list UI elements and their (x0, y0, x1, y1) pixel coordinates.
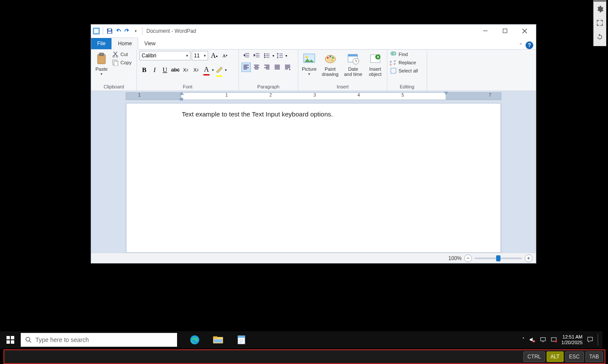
line-spacing-icon[interactable] (275, 51, 285, 60)
date-time-button[interactable]: Date and time (343, 51, 364, 78)
redo-icon[interactable] (124, 28, 130, 35)
network-icon[interactable] (540, 336, 546, 344)
grow-font-icon[interactable]: A▴ (209, 51, 219, 60)
group-insert: Picture▾ Paint drawing Date and time Ins… (298, 50, 387, 91)
font-color-button[interactable]: A (202, 65, 211, 75)
system-tray: ˄ 12:51 AM 1/20/2025 (522, 334, 602, 346)
wordpad-taskbar-icon[interactable] (236, 334, 247, 345)
clock[interactable]: 12:51 AM 1/20/2025 (561, 334, 583, 345)
taskbar-search[interactable]: Type here to search (21, 333, 177, 347)
svg-rect-7 (99, 53, 104, 56)
zoom-slider[interactable] (475, 257, 522, 259)
close-button[interactable] (515, 25, 534, 38)
qat-dropdown-icon[interactable]: ▾ (132, 28, 139, 35)
decrease-indent-icon[interactable] (241, 51, 251, 60)
replace-button[interactable]: ab Replace (390, 59, 418, 66)
picture-button[interactable]: Picture▾ (301, 51, 317, 77)
paragraph-dialog-icon[interactable] (283, 63, 292, 72)
subscript-button[interactable]: X2 (181, 65, 190, 75)
tab-view[interactable]: View (138, 38, 162, 49)
key-esc[interactable]: ESC (565, 351, 584, 362)
svg-point-12 (264, 53, 266, 55)
font-family-combo[interactable]: Calibri▾ (139, 51, 190, 60)
key-ctrl[interactable]: CTRL (523, 351, 545, 362)
svg-point-18 (327, 57, 329, 59)
paste-button[interactable]: Paste ▾ (94, 51, 109, 77)
zoom-value: 100% (448, 255, 462, 261)
select-all-button[interactable]: Select all (390, 67, 418, 74)
justify-icon[interactable] (272, 63, 282, 72)
paint-drawing-button[interactable]: Paint drawing (320, 51, 340, 78)
svg-point-19 (329, 56, 331, 57)
action-center-icon[interactable] (587, 336, 593, 344)
font-size-combo[interactable]: 11▾ (192, 51, 208, 60)
document-page[interactable]: Text example to test the Text Input keyb… (126, 103, 501, 253)
underline-button[interactable]: U (160, 65, 170, 75)
copy-button[interactable]: Copy (112, 59, 132, 66)
edge-icon[interactable] (189, 334, 200, 345)
group-font: Calibri▾ 11▾ A▴ A▾ B I U abc X2 X2 A ▾ ▾ (137, 50, 239, 91)
zoom-in-button[interactable]: + (525, 254, 532, 262)
bullets-icon[interactable] (262, 51, 272, 60)
undo-icon[interactable] (115, 28, 122, 35)
svg-point-21 (331, 60, 333, 61)
svg-rect-23 (348, 54, 358, 56)
find-button[interactable]: Find (390, 51, 418, 58)
strikethrough-button[interactable]: abc (171, 65, 180, 75)
document-area: 1 1 2 3 4 5 7 Text example to test the T… (91, 91, 536, 253)
title-bar[interactable]: ▾ Document - WordPad (91, 25, 536, 38)
start-button[interactable] (0, 331, 21, 348)
svg-text:a: a (390, 60, 392, 63)
tab-home[interactable]: Home (111, 38, 138, 50)
clock-time: 12:51 AM (563, 334, 583, 340)
increase-indent-icon[interactable] (252, 51, 261, 60)
ribbon: Paste ▾ Cut Copy Clipboard (91, 50, 536, 91)
insert-object-button[interactable]: Insert object (366, 51, 384, 78)
collapse-ribbon-icon[interactable]: ⌃ (519, 42, 523, 48)
app-icon (93, 28, 100, 35)
svg-rect-35 (11, 340, 14, 344)
tray-overflow-icon[interactable]: ˄ (522, 337, 525, 343)
bold-button[interactable]: B (139, 65, 149, 75)
file-explorer-icon[interactable] (212, 334, 224, 345)
svg-rect-2 (108, 31, 111, 33)
document-text[interactable]: Text example to test the Text Input keyb… (182, 110, 445, 118)
tab-file[interactable]: File (91, 38, 111, 49)
save-icon[interactable] (106, 28, 113, 35)
key-tab[interactable]: TAB (586, 351, 603, 362)
security-icon[interactable] (551, 336, 557, 344)
svg-rect-11 (114, 61, 118, 66)
gear-icon[interactable] (596, 5, 604, 15)
align-right-icon[interactable] (262, 63, 272, 72)
minimize-button[interactable] (476, 25, 495, 38)
italic-button[interactable]: I (150, 65, 159, 75)
key-alt[interactable]: ALT (547, 351, 564, 362)
group-label-editing: Editing (390, 83, 424, 91)
svg-point-14 (264, 57, 266, 58)
clock-date: 1/20/2025 (561, 340, 583, 345)
align-center-icon[interactable] (252, 63, 261, 72)
superscript-button[interactable]: X2 (191, 65, 201, 75)
cut-button[interactable]: Cut (112, 51, 132, 58)
svg-point-13 (264, 55, 266, 56)
fullscreen-icon[interactable] (596, 19, 604, 28)
svg-rect-33 (11, 336, 14, 339)
refresh-icon[interactable] (596, 33, 604, 42)
maximize-button[interactable] (495, 25, 515, 38)
zoom-out-button[interactable]: − (464, 254, 472, 262)
volume-icon[interactable] (529, 336, 535, 344)
svg-point-46 (554, 340, 557, 342)
paste-label: Paste (95, 66, 108, 72)
shrink-font-icon[interactable]: A▾ (220, 51, 230, 60)
ruler[interactable]: 1 1 2 3 4 5 7 (91, 91, 536, 101)
group-clipboard: Paste ▾ Cut Copy Clipboard (91, 50, 137, 91)
align-left-icon[interactable] (241, 63, 251, 72)
virtual-key-strip: CTRL ALT ESC TAB (3, 349, 605, 364)
highlight-button[interactable] (215, 65, 224, 75)
svg-point-36 (26, 337, 30, 341)
help-button[interactable]: ? (526, 41, 533, 49)
group-label-insert: Insert (301, 83, 384, 91)
svg-rect-1 (94, 29, 98, 33)
remote-control-panel (593, 0, 606, 46)
group-label-clipboard: Clipboard (94, 83, 134, 91)
